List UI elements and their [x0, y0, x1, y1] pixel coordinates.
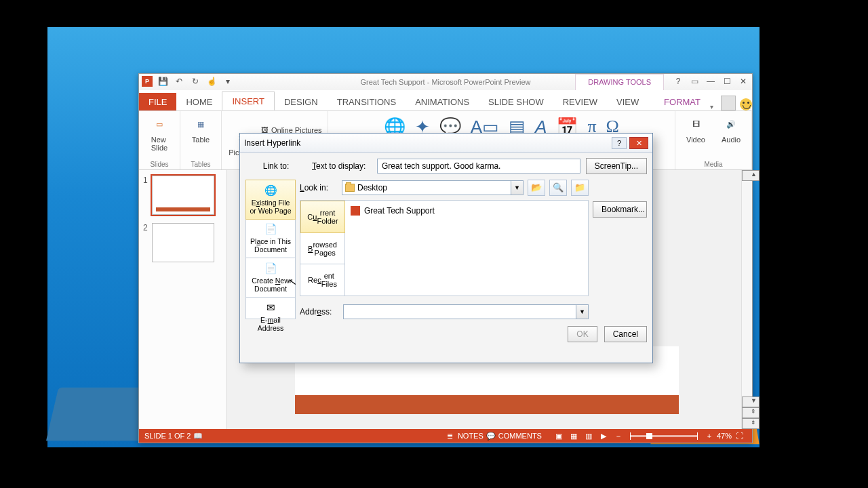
group-tables-label: Tables [191, 159, 211, 168]
new-slide-button[interactable]: ▭ New Slide [144, 114, 174, 152]
browse-web-icon[interactable]: 🔍 [549, 180, 567, 196]
title-bar: P 💾 ↶ ↻ ☝ ▾ Great Tech Support - Microso… [139, 74, 752, 90]
slide-thumb-1[interactable]: 1 [143, 176, 222, 215]
folder-icon [345, 184, 355, 192]
notes-icon[interactable]: ≣ [443, 432, 458, 441]
mouse-cursor-icon: ↖ [288, 275, 298, 289]
group-media-label: Media [704, 159, 722, 168]
tab-home[interactable]: HOME [176, 93, 222, 110]
tab-file[interactable]: FILE [139, 93, 176, 110]
scroll-down-icon[interactable]: ▼ [742, 396, 760, 407]
link-to-existing-file[interactable]: 🌐 Existing File or Web Page [245, 180, 296, 220]
dialog-close-icon[interactable]: ✕ [629, 137, 648, 149]
dialog-help-icon[interactable]: ? [612, 137, 627, 149]
link-to-email[interactable]: ✉ E-mail Address [246, 298, 295, 336]
normal-view-icon[interactable]: ▣ [551, 432, 566, 441]
tab-design[interactable]: DESIGN [275, 93, 328, 110]
bookmark-button[interactable]: Bookmark... [593, 201, 647, 218]
document-icon: 📄 [264, 223, 277, 235]
file-list[interactable]: Great Tech Support [345, 201, 588, 296]
group-slides-label: Slides [150, 159, 168, 168]
help-icon[interactable]: ? [672, 75, 684, 87]
vertical-scrollbar[interactable]: ▲ ▼ ⇞ ⇟ [741, 170, 752, 429]
new-document-icon: 📄 [264, 262, 277, 274]
drawing-tools-tab: DRAWING TOOLS [575, 74, 664, 90]
cancel-button[interactable]: Cancel [604, 326, 647, 342]
tab-view[interactable]: VIEW [607, 93, 648, 110]
zoom-slider[interactable] [630, 435, 698, 437]
zoom-level[interactable]: 47% [717, 432, 732, 440]
powerpoint-file-icon [351, 206, 360, 216]
tab-slideshow[interactable]: SLIDE SHOW [479, 93, 553, 110]
look-in-combo[interactable]: Desktop ▼ [342, 180, 524, 195]
sorter-view-icon[interactable]: ▦ [566, 432, 581, 441]
zoom-in-icon[interactable]: + [702, 432, 717, 440]
reading-view-icon[interactable]: ▥ [581, 432, 596, 441]
close-icon[interactable]: ✕ [737, 75, 749, 87]
screentip-button[interactable]: ScreenTip... [586, 158, 647, 174]
notes-button[interactable]: NOTES [458, 432, 484, 440]
slide-thumb-2[interactable]: 2 [143, 223, 222, 262]
address-label: Address: [300, 307, 338, 317]
maximize-icon[interactable]: ☐ [721, 75, 733, 87]
scroll-up-icon[interactable]: ▲ [742, 170, 760, 181]
collapse-ribbon-icon[interactable]: ▾ [710, 103, 721, 110]
video-button[interactable]: 🎞Video [681, 114, 711, 144]
insert-hyperlink-dialog: Insert Hyperlink ? ✕ Link to: Text to di… [239, 133, 653, 363]
up-one-level-icon[interactable]: 📂 [528, 180, 545, 196]
text-to-display-input[interactable] [377, 159, 580, 174]
tab-transitions[interactable]: TRANSITIONS [328, 93, 406, 110]
tab-format[interactable]: FORMAT [654, 93, 710, 110]
address-input[interactable]: ▼ [343, 304, 589, 319]
tab-insert[interactable]: INSERT [222, 92, 274, 110]
globe-file-icon: 🌐 [264, 184, 277, 197]
link-to-place-in-document[interactable]: 📄 Place in This Document ↖ [246, 219, 295, 258]
comments-icon[interactable]: 💬 [484, 432, 498, 441]
ribbon-display-icon[interactable]: ▭ [688, 75, 701, 87]
file-item[interactable]: Great Tech Support [349, 205, 584, 217]
chevron-down-icon[interactable]: ▼ [576, 305, 588, 319]
email-icon: ✉ [267, 302, 275, 314]
link-to-panel: 🌐 Existing File or Web Page 📄 Place in T… [245, 180, 296, 319]
feedback-smile-icon[interactable] [740, 98, 752, 110]
spellcheck-icon[interactable]: 📖 [191, 432, 205, 441]
browse-file-icon[interactable]: 📁 [571, 180, 589, 196]
current-folder-tab[interactable]: CurrentFolder [300, 201, 345, 233]
fit-window-icon[interactable]: ⛶ [732, 432, 747, 440]
zoom-out-icon[interactable]: − [611, 432, 626, 440]
tab-review[interactable]: REVIEW [553, 93, 607, 110]
browsed-pages-tab[interactable]: BrowsedPages [300, 233, 345, 265]
recent-files-tab[interactable]: RecentFiles [300, 264, 345, 296]
ok-button[interactable]: OK [568, 326, 597, 342]
dialog-title: Insert Hyperlink [244, 138, 300, 148]
prev-slide-icon[interactable]: ⇞ [742, 407, 760, 418]
look-in-label: Look in: [300, 183, 338, 192]
chevron-down-icon[interactable]: ▼ [511, 181, 523, 195]
tab-animations[interactable]: ANIMATIONS [406, 93, 479, 110]
table-button[interactable]: ▦ Table [186, 114, 216, 144]
next-slide-icon[interactable]: ⇟ [742, 418, 760, 429]
text-to-display-label: Text to display: [312, 161, 372, 171]
ribbon-tabs: FILE HOME INSERT DESIGN TRANSITIONS ANIM… [139, 90, 752, 110]
slideshow-view-icon[interactable]: ▶ [596, 432, 611, 441]
audio-button[interactable]: 🔊Audio [716, 114, 746, 144]
minimize-icon[interactable]: — [705, 75, 717, 87]
status-bar: SLIDE 1 OF 2 📖 ≣ NOTES 💬 COMMENTS ▣ ▦ ▥ … [139, 429, 752, 443]
comments-button[interactable]: COMMENTS [498, 432, 542, 440]
slide-counter: SLIDE 1 OF 2 [144, 432, 191, 440]
slide-thumbnails-panel: 1 2 [139, 170, 227, 429]
link-to-label: Link to: [245, 161, 307, 171]
user-avatar[interactable] [721, 96, 736, 110]
